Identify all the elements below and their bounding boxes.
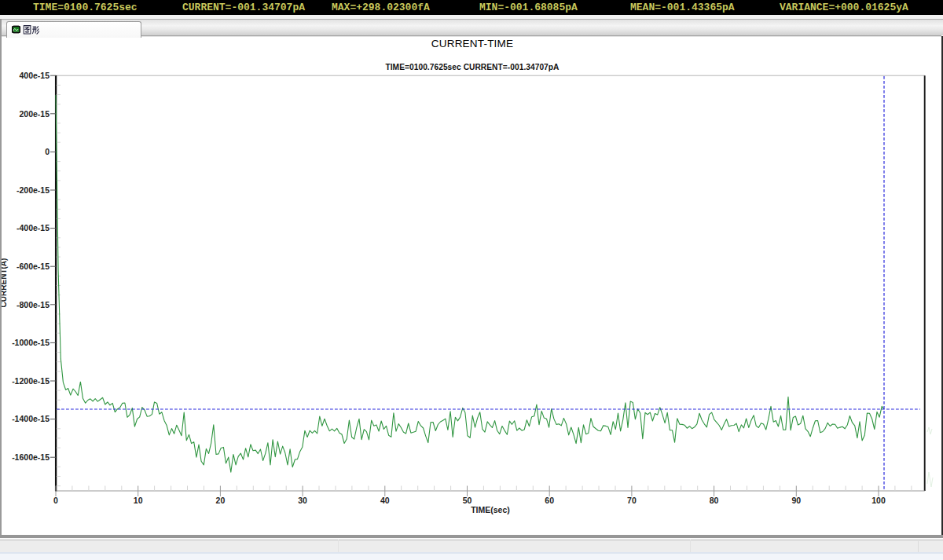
svg-text:30: 30 — [298, 496, 307, 505]
svg-text:60: 60 — [545, 496, 554, 505]
svg-text:100: 100 — [871, 496, 886, 505]
svg-text:50: 50 — [463, 496, 472, 505]
svg-text:-1600e-15: -1600e-15 — [12, 452, 50, 462]
svg-text:20: 20 — [216, 496, 226, 505]
svg-text:200e-15: 200e-15 — [19, 109, 50, 119]
svg-text:-1200e-15: -1200e-15 — [12, 376, 50, 386]
svg-text:40: 40 — [380, 496, 390, 505]
svg-text:-800e-15: -800e-15 — [17, 300, 50, 309]
svg-text:10: 10 — [134, 496, 143, 505]
svg-text:-400e-15: -400e-15 — [17, 223, 50, 232]
svg-text:0: 0 — [53, 496, 58, 505]
svg-text:400e-15: 400e-15 — [19, 71, 50, 80]
svg-text:-1400e-15: -1400e-15 — [12, 414, 50, 423]
svg-text:TIME(sec): TIME(sec) — [471, 505, 510, 514]
svg-text:90: 90 — [791, 496, 801, 505]
svg-text:0: 0 — [45, 147, 50, 156]
svg-text:-200e-15: -200e-15 — [17, 185, 50, 195]
svg-text:CURRENT-TIME: CURRENT-TIME — [431, 38, 513, 49]
svg-text:-1000e-15: -1000e-15 — [12, 338, 50, 347]
svg-text:-600e-15: -600e-15 — [17, 262, 50, 271]
svg-text:80: 80 — [710, 496, 719, 505]
svg-text:70: 70 — [627, 496, 637, 505]
svg-text:TIME=0100.7625sec CURRENT=-001: TIME=0100.7625sec CURRENT=-001.34707pA — [385, 63, 560, 71]
